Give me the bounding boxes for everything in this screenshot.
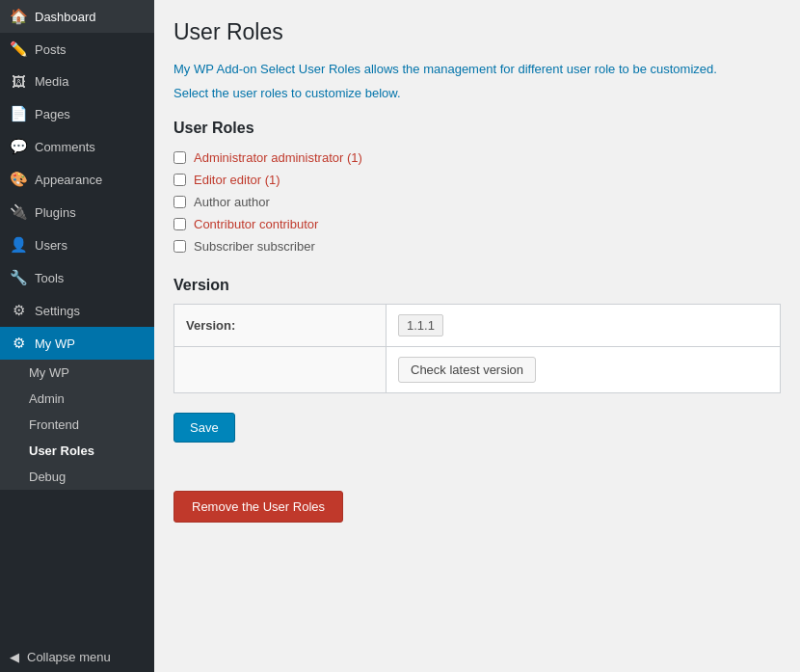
sidebar-item-label: Pages xyxy=(35,107,70,121)
sidebar-item-label: Appearance xyxy=(35,173,102,187)
role-label-author[interactable]: Author author xyxy=(194,195,270,209)
check-version-btn-cell: Check latest version xyxy=(387,347,781,393)
submenu-label: Admin xyxy=(29,391,65,406)
appearance-icon: 🎨 xyxy=(10,171,27,188)
posts-icon: ✏️ xyxy=(10,40,27,58)
pages-icon: 📄 xyxy=(10,105,27,122)
tools-icon: 🔧 xyxy=(10,269,27,286)
sidebar-item-pages[interactable]: 📄 Pages xyxy=(0,97,154,130)
sidebar-item-label: Tools xyxy=(35,271,64,285)
submenu-item-frontend[interactable]: Frontend xyxy=(0,412,154,438)
sidebar-item-label: Comments xyxy=(35,140,95,154)
sidebar-item-posts[interactable]: ✏️ Posts xyxy=(0,33,154,66)
submenu-label: My WP xyxy=(29,365,69,380)
sidebar-item-appearance[interactable]: 🎨 Appearance xyxy=(0,163,154,196)
submenu-label: Frontend xyxy=(29,417,79,432)
role-checkbox-editor[interactable] xyxy=(173,174,186,186)
role-item-editor: Editor editor (1) xyxy=(173,169,781,191)
submenu-label: Debug xyxy=(29,470,66,484)
version-value-cell: 1.1.1 xyxy=(387,305,781,347)
role-checkbox-subscriber[interactable] xyxy=(173,240,186,253)
role-checkbox-author[interactable] xyxy=(173,196,186,208)
collapse-label: Collapse menu xyxy=(27,650,111,664)
remove-user-roles-button[interactable]: Remove the User Roles xyxy=(173,491,343,523)
version-badge: 1.1.1 xyxy=(398,314,443,336)
sidebar-item-media[interactable]: 🖼 Media xyxy=(0,66,154,97)
role-checkbox-contributor[interactable] xyxy=(173,218,186,230)
sidebar-item-settings[interactable]: ⚙ Settings xyxy=(0,294,154,327)
check-version-button[interactable]: Check latest version xyxy=(398,357,536,383)
submenu-item-admin[interactable]: Admin xyxy=(0,386,154,412)
role-label-contributor[interactable]: Contributor contributor xyxy=(194,217,318,231)
sidebar-item-users[interactable]: 👤 Users xyxy=(0,228,154,261)
role-checkbox-administrator[interactable] xyxy=(173,151,186,164)
version-section-title: Version xyxy=(173,277,781,294)
sidebar-item-label: Plugins xyxy=(35,205,76,220)
page-title: User Roles xyxy=(173,19,781,45)
description-line2: Select the user roles to customize below… xyxy=(173,84,781,103)
sidebar-item-label: Settings xyxy=(35,304,80,318)
users-icon: 👤 xyxy=(10,236,27,254)
sidebar-item-label: Posts xyxy=(35,42,67,57)
submenu-item-user-roles[interactable]: User Roles xyxy=(0,438,154,464)
sidebar-item-label: Dashboard xyxy=(35,10,96,24)
plugins-icon: 🔌 xyxy=(10,203,27,221)
version-label-cell: Version: xyxy=(174,305,387,347)
sidebar-item-comments[interactable]: 💬 Comments xyxy=(0,130,154,163)
check-version-label-cell xyxy=(174,347,387,393)
collapse-menu[interactable]: ◀ Collapse menu xyxy=(0,642,154,672)
sidebar-item-label: My WP xyxy=(35,336,75,351)
save-button[interactable]: Save xyxy=(173,413,235,443)
version-table: Version: 1.1.1 Check latest version xyxy=(173,304,781,393)
user-roles-list: Administrator administrator (1) Editor e… xyxy=(173,147,781,257)
media-icon: 🖼 xyxy=(10,73,27,90)
role-label-editor[interactable]: Editor editor (1) xyxy=(194,173,280,187)
sidebar-item-label: Media xyxy=(35,74,68,89)
sidebar-item-tools[interactable]: 🔧 Tools xyxy=(0,261,154,294)
role-item-subscriber: Subscriber subscriber xyxy=(173,235,781,257)
main-content: User Roles My WP Add-on Select User Role… xyxy=(154,0,800,672)
user-roles-section-title: User Roles xyxy=(173,120,781,137)
submenu-label: User Roles xyxy=(29,444,94,458)
version-row: Version: 1.1.1 xyxy=(174,305,781,347)
role-item-author: Author author xyxy=(173,191,781,213)
role-label-administrator[interactable]: Administrator administrator (1) xyxy=(194,150,362,165)
sidebar-submenu: My WP Admin Frontend User Roles Debug xyxy=(0,360,154,490)
comments-icon: 💬 xyxy=(10,138,27,155)
sidebar-item-plugins[interactable]: 🔌 Plugins xyxy=(0,196,154,228)
sidebar-item-my-wp[interactable]: ⚙ My WP xyxy=(0,327,154,360)
dashboard-icon: 🏠 xyxy=(10,8,27,25)
role-item-administrator: Administrator administrator (1) xyxy=(173,147,781,169)
sidebar-item-label: Users xyxy=(35,238,67,253)
sidebar: 🏠 Dashboard ✏️ Posts 🖼 Media 📄 Pages 💬 C… xyxy=(0,0,154,672)
my-wp-icon: ⚙ xyxy=(10,335,27,352)
check-version-row: Check latest version xyxy=(174,347,781,393)
description-line1: My WP Add-on Select User Roles allows th… xyxy=(173,60,781,79)
role-label-subscriber[interactable]: Subscriber subscriber xyxy=(194,239,315,254)
collapse-icon: ◀ xyxy=(10,650,19,664)
role-item-contributor: Contributor contributor xyxy=(173,213,781,235)
version-section: Version Version: 1.1.1 Check latest vers… xyxy=(173,277,781,393)
submenu-item-my-wp[interactable]: My WP xyxy=(0,360,154,386)
submenu-item-debug[interactable]: Debug xyxy=(0,464,154,490)
settings-icon: ⚙ xyxy=(10,302,27,319)
sidebar-item-dashboard[interactable]: 🏠 Dashboard xyxy=(0,0,154,33)
